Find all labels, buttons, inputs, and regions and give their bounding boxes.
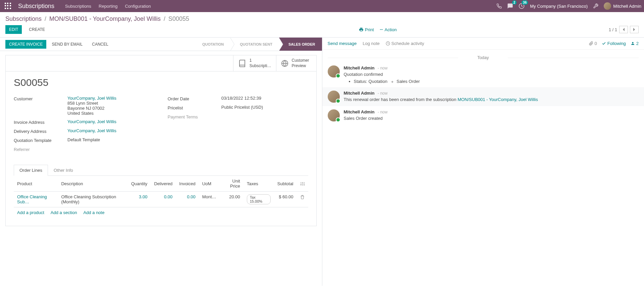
breadcrumb: Subscriptions / MON/SUB001 - YourCompany… <box>5 15 639 22</box>
add-section-link[interactable]: Add a section <box>51 210 77 215</box>
user-avatar-icon <box>604 2 611 10</box>
cell-uom: Mont… <box>199 192 220 207</box>
create-button[interactable]: CREATE <box>25 25 49 34</box>
activities-icon[interactable]: 36 <box>519 3 525 9</box>
order-date-label: Order Date <box>168 96 221 101</box>
customer-link[interactable]: YourCompany, Joel Willis <box>67 96 116 101</box>
msg-timestamp: - now <box>378 66 387 70</box>
breadcrumb-parent[interactable]: MON/SUB001 - YourCompany, Joel Willis <box>49 15 161 22</box>
status-quotation-sent[interactable]: QUOTATION SENT <box>230 38 279 51</box>
quotation-template-value: Default Template <box>67 137 154 142</box>
arrow-right-icon <box>390 80 394 84</box>
th-description: Description <box>58 176 128 192</box>
th-invoiced: Invoiced <box>176 176 199 192</box>
followers-count[interactable]: 2 <box>631 41 639 46</box>
statusbar: CREATE INVOICE SEND BY EMAIL CANCEL QUOT… <box>0 38 322 51</box>
message-thread: Today Mitchell Admin - now Quotation con… <box>322 50 644 128</box>
invoice-address-link[interactable]: YourCompany, Joel Willis <box>67 119 116 124</box>
cell-unit-price: 20.00 <box>220 192 244 207</box>
status-quotation[interactable]: QUOTATION <box>193 38 230 51</box>
customer-label: Customer <box>14 96 67 101</box>
pricelist-value: Public Pricelist (USD) <box>221 105 308 110</box>
status-sales-order[interactable]: SALES ORDER <box>279 38 322 51</box>
control-panel: Subscriptions / MON/SUB001 - YourCompany… <box>0 12 644 37</box>
trash-icon <box>300 195 305 199</box>
tabs: Order Lines Other Info <box>14 165 308 176</box>
order-date-value: 03/18/2022 12:52:39 <box>221 96 308 101</box>
msg-author: Mitchell Admin <box>344 109 375 114</box>
th-options[interactable] <box>297 176 308 192</box>
nav-configuration[interactable]: Configuration <box>125 4 151 9</box>
send-email-button[interactable]: SEND BY EMAIL <box>48 40 87 49</box>
cell-product[interactable]: Office Cleaning Sub… <box>17 194 47 204</box>
pager-prev[interactable] <box>619 26 628 33</box>
log-note-button[interactable]: Log note <box>363 41 380 46</box>
pricelist-label: Pricelist <box>168 105 221 110</box>
nav-subscriptions[interactable]: Subscriptions <box>65 4 91 9</box>
cell-quantity: 3.00 <box>128 192 151 207</box>
company-switcher[interactable]: My Company (San Francisco) <box>530 4 588 9</box>
form-view: CREATE INVOICE SEND BY EMAIL CANCEL QUOT… <box>0 38 322 286</box>
th-delivered: Delivered <box>151 176 176 192</box>
phone-icon[interactable] <box>496 3 502 9</box>
clock-icon <box>386 41 390 46</box>
following-button[interactable]: Following <box>602 41 626 46</box>
add-note-link[interactable]: Add a note <box>84 210 105 215</box>
globe-icon <box>281 60 288 67</box>
attachments-count[interactable]: 0 <box>589 41 597 46</box>
main-content: CREATE INVOICE SEND BY EMAIL CANCEL QUOT… <box>0 37 644 286</box>
record-title: S00055 <box>14 77 308 88</box>
conversations-icon[interactable]: 2 <box>507 3 513 9</box>
th-quantity: Quantity <box>128 176 151 192</box>
th-product: Product <box>14 176 58 192</box>
book-icon <box>238 59 246 67</box>
schedule-activity-button[interactable]: Schedule activity <box>386 41 424 46</box>
chatter: Send message Log note Schedule activity … <box>322 38 644 286</box>
delivery-address-label: Delivery Address <box>14 128 67 134</box>
stat-customer-preview[interactable]: Customer Preview <box>276 55 316 71</box>
add-row: Add a product Add a section Add a note <box>14 207 308 218</box>
msg-body: Quotation confirmed <box>344 72 639 77</box>
referrer-label: Referrer <box>14 146 67 152</box>
tab-order-lines[interactable]: Order Lines <box>14 165 48 176</box>
add-product-link[interactable]: Add a product <box>17 210 44 215</box>
msg-timestamp: - now <box>378 110 387 114</box>
address-line1: 858 Lynn Street <box>67 101 154 106</box>
delivery-address-link[interactable]: YourCompany, Joel Willis <box>67 128 116 133</box>
pager: 1 / 1 <box>609 26 639 33</box>
pager-next[interactable] <box>630 26 639 33</box>
brand-title[interactable]: Subscriptions <box>18 3 54 10</box>
debug-icon[interactable] <box>593 3 598 9</box>
table-row[interactable]: Office Cleaning Sub… Office Cleaning Sub… <box>14 192 308 207</box>
breadcrumb-current: S00055 <box>168 15 189 22</box>
avatar <box>328 91 340 103</box>
create-invoice-button[interactable]: CREATE INVOICE <box>5 40 46 49</box>
msg-body: Sales Order created <box>344 116 639 121</box>
stat-subscription[interactable]: 1 Subscripti… <box>233 55 276 71</box>
msg-author: Mitchell Admin <box>344 65 375 70</box>
message: Mitchell Admin - now Sales Order created <box>328 106 639 125</box>
apps-icon[interactable] <box>5 3 11 9</box>
quotation-template-label: Quotation Template <box>14 137 67 143</box>
th-subtotal: Subtotal <box>274 176 297 192</box>
user-menu[interactable]: Mitchell Admin <box>604 2 641 10</box>
avatar <box>328 65 340 78</box>
cell-taxes: Tax 15.00% <box>247 194 271 204</box>
action-button[interactable]: Action <box>379 27 397 32</box>
message: Mitchell Admin - now Quotation confirmed… <box>328 62 639 87</box>
breadcrumb-root[interactable]: Subscriptions <box>5 15 42 22</box>
address-line3: United States <box>67 111 154 116</box>
edit-button[interactable]: EDIT <box>5 25 22 34</box>
tab-other-info[interactable]: Other Info <box>48 165 79 175</box>
chatter-topbar: Send message Log note Schedule activity … <box>322 38 644 50</box>
send-message-button[interactable]: Send message <box>328 41 357 46</box>
pager-value: 1 / 1 <box>609 27 617 32</box>
cancel-button[interactable]: CANCEL <box>88 40 112 49</box>
print-button[interactable]: Print <box>359 27 374 32</box>
msg-subscription-link[interactable]: MON/SUB001 - YourCompany, Joel Willis <box>458 97 538 102</box>
delete-row-button[interactable] <box>297 192 308 207</box>
user-name: Mitchell Admin <box>613 4 641 9</box>
thread-date-header: Today <box>328 53 639 62</box>
avatar <box>328 109 340 121</box>
nav-reporting[interactable]: Reporting <box>99 4 117 9</box>
